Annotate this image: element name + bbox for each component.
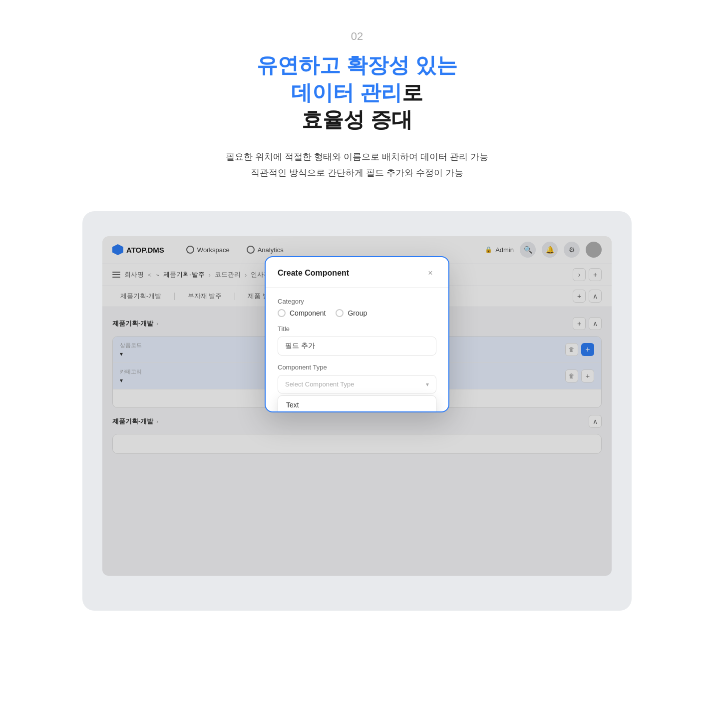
dialog-title: Create Component — [278, 269, 349, 278]
step-number: 02 — [351, 30, 363, 43]
app-inner: ATOP.DMS Workspace Analytics 🔒 A — [102, 236, 612, 576]
component-type-group: Component Type Select Component Type Tex… — [278, 364, 436, 393]
radio-group-label: Group — [348, 309, 367, 317]
dialog-body: Category Component Group — [266, 288, 448, 411]
component-type-select-wrapper: Select Component Type Text Integer Float… — [278, 375, 436, 393]
title-label: Title — [278, 325, 436, 333]
select-placeholder: Select Component Type — [285, 380, 355, 388]
title-group: Title — [278, 325, 436, 356]
subtext: 필요한 위치에 적절한 형태와 이름으로 배치하여 데이터 관리 가능 직관적인… — [226, 149, 488, 181]
chevron-down-icon — [426, 380, 429, 388]
radio-component-circle — [278, 309, 286, 317]
radio-component[interactable]: Component — [278, 309, 326, 317]
app-frame: ATOP.DMS Workspace Analytics 🔒 A — [82, 211, 632, 611]
radio-component-label: Component — [290, 309, 326, 317]
dialog-header: Create Component × — [266, 257, 448, 288]
category-group: Category Component Group — [278, 298, 436, 317]
title-input[interactable] — [278, 337, 436, 356]
dialog-overlay: Create Component × Category Component — [102, 236, 612, 576]
headline-line1: 유연하고 확장성 있는 — [257, 52, 457, 79]
component-type-select[interactable]: Select Component Type — [278, 375, 436, 393]
component-type-label: Component Type — [278, 364, 436, 371]
dialog-close-button[interactable]: × — [424, 267, 436, 279]
subtext-line1: 필요한 위치에 적절한 형태와 이름으로 배치하여 데이터 관리 가능 — [226, 149, 488, 165]
headline-line3: 효율성 증대 — [257, 106, 457, 134]
headline-line2-blue: 데이터 관리 — [291, 81, 402, 104]
radio-group: Component Group — [278, 309, 436, 317]
headline-line2: 데이터 관리로 — [257, 79, 457, 107]
create-component-dialog: Create Component × Category Component — [265, 256, 449, 412]
radio-group-circle — [336, 309, 344, 317]
radio-group-option[interactable]: Group — [336, 309, 367, 317]
page-wrapper: 02 유연하고 확장성 있는 데이터 관리로 효율성 증대 필요한 위치에 적절… — [0, 0, 714, 651]
headline: 유연하고 확장성 있는 데이터 관리로 효율성 증대 — [257, 52, 457, 134]
category-label: Category — [278, 298, 436, 305]
subtext-line2: 직관적인 방식으로 간단하게 필드 추가와 수정이 가능 — [226, 165, 488, 181]
dropdown-item-text[interactable]: Text — [278, 396, 436, 412]
component-type-dropdown-list: Text Integer Float Date Date and time Si… — [278, 395, 436, 412]
headline-line2-suffix: 로 — [402, 81, 423, 104]
